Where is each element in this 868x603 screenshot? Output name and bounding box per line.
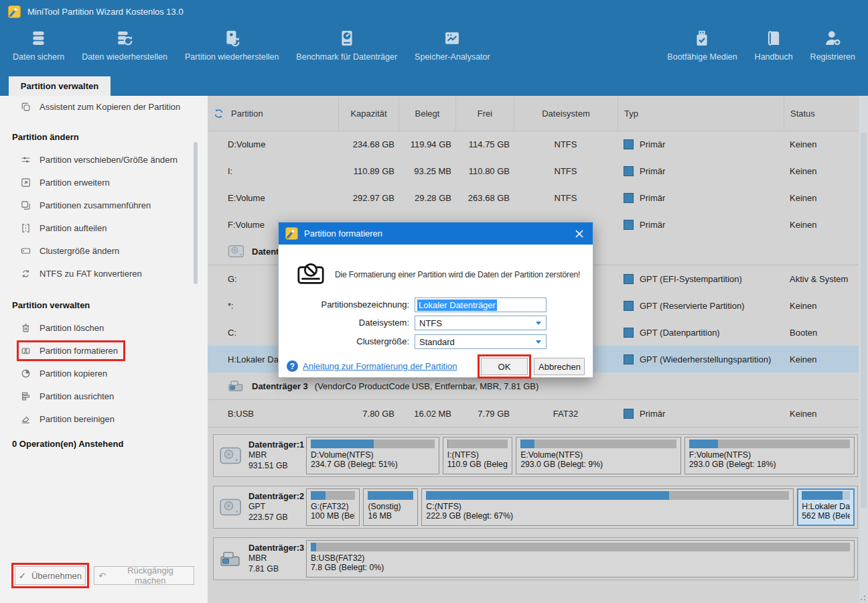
filesystem-select[interactable]: NTFS <box>415 316 547 330</box>
tab-partition-verwalten[interactable]: Partition verwalten <box>9 76 111 96</box>
field-label: Partitionsbezeichnung: <box>321 297 409 312</box>
format-icon <box>20 345 31 356</box>
disk-info[interactable]: Datenträger:3MBR7.81 GB <box>214 538 306 580</box>
partition-row-d-volume[interactable]: D:Volume234.68 GB119.94 GB114.75 GBNTFSP… <box>208 131 859 157</box>
column-header-frei[interactable]: Frei <box>455 96 514 131</box>
sidebar-item-partitionen-zusammenf-hren[interactable]: Partitionen zusammenführen <box>0 194 208 216</box>
toolbar-item-benchmark-f-r-datentr-ger[interactable]: Benchmark für Datenträger <box>287 23 406 76</box>
partition-block-label: B:USB(FAT32) <box>311 553 850 563</box>
sidebar-item-partition-kopieren[interactable]: Partition kopieren <box>0 362 208 385</box>
sidebar-item-label: Partition formatieren <box>40 346 118 356</box>
help-icon[interactable]: ? <box>287 360 298 372</box>
sidebar-item-label: Partition löschen <box>40 323 104 333</box>
toolbar-item-label: Daten sichern <box>13 52 64 62</box>
cluster-size-select[interactable]: Standard <box>415 334 547 349</box>
cell-kapazitaet: 292.97 GB <box>353 193 399 203</box>
ok-button[interactable]: OK <box>481 358 528 375</box>
partition-label-input[interactable]: Lokaler Datenträger <box>415 297 547 312</box>
sidebar-item-partition-ausrichten[interactable]: Partition ausrichten <box>0 385 208 407</box>
copy-icon <box>20 368 31 379</box>
partition-block-c-ntfs[interactable]: C:(NTFS)222.9 GB (Belegt: 67%) <box>421 488 794 526</box>
sidebar-item-partition-formatieren[interactable]: Partition formatieren <box>0 339 208 362</box>
column-header-kapazit-t[interactable]: Kapazität <box>338 96 399 131</box>
partition-row-i[interactable]: I:110.89 GB93.25 MB110.80 GBNTFSPrimärKe… <box>208 157 859 184</box>
sidebar-item-label: Assistent zum Kopieren der Partition <box>40 102 180 112</box>
cell-frei: 263.68 GB <box>468 193 514 203</box>
format-warning-icon <box>296 259 326 286</box>
column-header-typ[interactable]: Typ <box>618 96 784 131</box>
sidebar-item-partition-bereinigen[interactable]: Partition bereinigen <box>0 407 208 430</box>
sidebar-item-partition-erweitern[interactable]: Partition erweitern <box>0 171 208 194</box>
partition-restore-icon <box>222 27 242 49</box>
sidebar-item-label: Partition erweitern <box>40 178 110 188</box>
toolbar-item-handbuch[interactable]: Handbuch <box>746 23 802 76</box>
column-header-dateisystem[interactable]: Dateisystem <box>514 96 618 131</box>
cell-status: Booten <box>784 328 859 338</box>
partition-block-h-lokaler-dat[interactable]: H:Lokaler Dat562 MB (Bele <box>797 488 855 526</box>
sidebar-item-label: Partition ausrichten <box>40 391 114 401</box>
partition-block-sonstig[interactable]: (Sonstig)16 MB <box>363 488 418 526</box>
column-header-belegt[interactable]: Belegt <box>399 96 455 131</box>
refresh-icon[interactable] <box>213 108 224 119</box>
cell-typ: GPT (Datenpartition) <box>618 328 784 338</box>
cell-typ: Primär <box>618 139 784 149</box>
partition-block-label: C:(NTFS) <box>426 502 789 511</box>
app-window: MiniTool Partition Wizard Kostenlos 13.0… <box>0 0 868 603</box>
convert-icon <box>20 268 31 279</box>
undo-button[interactable]: ↶ Rückgängig machen <box>94 566 194 585</box>
chevron-down-icon <box>536 340 541 344</box>
usage-bar <box>311 491 355 500</box>
partition-type-icon <box>624 139 634 149</box>
partition-row-e-volume[interactable]: E:Volume292.97 GB29.28 GB263.68 GBNTFSPr… <box>208 184 859 211</box>
space-analyzer-icon <box>442 27 462 49</box>
cell-typ: GPT (Wiederherstellungspartition) <box>618 354 784 364</box>
sidebar-item-partition-aufteilen[interactable]: Partition aufteilen <box>0 216 208 239</box>
sidebar-item-ntfs-zu-fat-konvertieren[interactable]: NTFS zu FAT konvertieren <box>0 262 208 285</box>
help-link[interactable]: Anleitung zur Formatierung der Partition <box>303 361 457 371</box>
delete-icon <box>20 322 31 334</box>
column-header-label: Kapazität <box>350 109 386 119</box>
dialog-warning-text: Die Formatierung einer Partition wird di… <box>335 270 580 279</box>
toolbar-item-partition-wiederherstellen[interactable]: Partition wiederherstellen <box>176 23 287 76</box>
sidebar-item-partition-verschieben-gr-e-ndern[interactable]: Partition verschieben/Größe ändern <box>0 148 208 171</box>
disk-scheme: GPT <box>248 502 304 513</box>
toolbar-item-bootf-hige-medien[interactable]: Bootfähige Medien <box>658 23 745 76</box>
toolbar-item-speicher-analysator[interactable]: Speicher-Analysator <box>406 23 499 76</box>
toolbar-item-registrieren[interactable]: Registrieren <box>802 23 864 76</box>
cancel-button[interactable]: Abbrechen <box>534 358 585 375</box>
column-header-status[interactable]: Status <box>784 96 859 131</box>
sidebar-item-partition-l-schen[interactable]: Partition löschen <box>0 316 208 339</box>
disk-info[interactable]: Datenträger:2GPT223.57 GB <box>214 486 306 528</box>
partition-block-i-ntfs[interactable]: I:(NTFS)110.9 GB (Belegt: <box>443 437 512 474</box>
column-header-partition[interactable]: Partition <box>208 96 338 131</box>
table-scrollbar[interactable] <box>859 96 868 603</box>
disk-group-info: (VendorCo ProductCode USB, Entfernbar, M… <box>315 381 539 391</box>
partition-block-f-volume-ntfs[interactable]: F:Volume(NTFS)293.0 GB (Belegt: 18%) <box>684 437 855 474</box>
sidebar-item-assistent-zum-kopieren-der-partition[interactable]: Assistent zum Kopieren der Partition <box>0 97 208 117</box>
toolbar-item-daten-sichern[interactable]: Daten sichern <box>4 23 73 76</box>
toolbar-item-daten-wiederherstellen[interactable]: Daten wiederherstellen <box>73 23 176 76</box>
partition-type-icon <box>624 328 634 338</box>
disk-map-row-datentr-ger-1: Datenträger:1MBR931.51 GBD:Volume(NTFS)2… <box>213 434 858 477</box>
partition-block-d-volume-ntfs[interactable]: D:Volume(NTFS)234.7 GB (Belegt: 51%) <box>306 437 439 474</box>
cell-status: Keinen <box>784 139 859 149</box>
dialog-close-icon[interactable] <box>573 228 586 239</box>
sidebar-item-clustergr-e-ndern[interactable]: Clustergröße ändern <box>0 239 208 262</box>
partition-block-e-volume-ntfs[interactable]: E:Volume(NTFS)293.0 GB (Belegt: 9%) <box>516 437 681 474</box>
cell-dateisystem: FAT32 <box>553 409 578 419</box>
disk-info[interactable]: Datenträger:1MBR931.51 GB <box>214 435 306 476</box>
sidebar-scrollbar[interactable] <box>194 142 198 284</box>
partition-row-b-usb[interactable]: B:USB7.80 GB16.02 MB7.79 GBFAT32PrimärKe… <box>208 400 859 427</box>
sidebar-item-label: Partition bereinigen <box>40 414 115 424</box>
partition-block-b-usb-fat32[interactable]: B:USB(FAT32)7.8 GB (Belegt: 0%) <box>306 540 855 578</box>
cell-frei: 114.75 GB <box>469 139 514 149</box>
usb-drive-icon <box>219 549 243 569</box>
check-icon: ✓ <box>19 571 26 581</box>
resize-grip[interactable] <box>857 592 865 600</box>
column-header-label: Typ <box>624 109 638 119</box>
cell-belegt: 119.94 GB <box>411 139 455 149</box>
apply-button[interactable]: ✓ Übernehmen <box>15 566 86 585</box>
column-header-label: Status <box>790 109 815 119</box>
partition-type-icon <box>624 409 634 419</box>
partition-block-g-fat32[interactable]: G:(FAT32)100 MB (Bele <box>306 488 360 526</box>
